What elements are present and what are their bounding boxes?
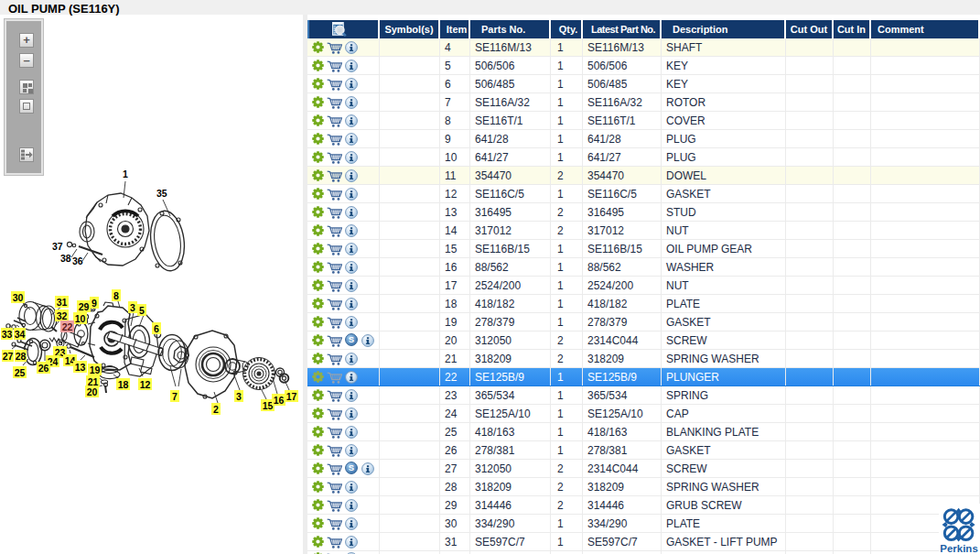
svg-text:29: 29 xyxy=(79,301,90,312)
svg-text:Perkins: Perkins xyxy=(940,543,978,554)
svg-text:17: 17 xyxy=(286,391,297,402)
svg-text:34: 34 xyxy=(15,329,26,340)
svg-text:38: 38 xyxy=(60,253,71,264)
svg-text:25: 25 xyxy=(15,367,26,378)
svg-text:1: 1 xyxy=(123,168,128,179)
svg-text:26: 26 xyxy=(38,363,49,374)
svg-text:20: 20 xyxy=(87,386,98,397)
svg-text:36: 36 xyxy=(72,255,83,266)
svg-text:27: 27 xyxy=(3,351,14,362)
svg-text:3: 3 xyxy=(236,391,242,402)
svg-text:12: 12 xyxy=(140,379,151,390)
svg-text:9: 9 xyxy=(92,298,97,309)
svg-text:15: 15 xyxy=(263,400,274,411)
svg-text:2: 2 xyxy=(213,404,219,415)
svg-text:3: 3 xyxy=(130,302,135,313)
svg-text:8: 8 xyxy=(113,290,119,301)
svg-text:30: 30 xyxy=(13,292,24,303)
svg-text:31: 31 xyxy=(57,297,68,308)
svg-text:13: 13 xyxy=(75,362,86,373)
svg-text:6: 6 xyxy=(154,323,159,334)
svg-text:22: 22 xyxy=(62,321,73,332)
svg-text:35: 35 xyxy=(156,188,167,199)
svg-text:16: 16 xyxy=(274,395,285,406)
svg-text:5: 5 xyxy=(139,305,145,316)
svg-text:33: 33 xyxy=(2,329,13,340)
svg-text:19: 19 xyxy=(90,364,101,375)
svg-text:18: 18 xyxy=(118,379,129,390)
svg-text:28: 28 xyxy=(16,351,27,362)
svg-text:10: 10 xyxy=(75,313,86,324)
svg-text:37: 37 xyxy=(52,241,63,252)
svg-text:7: 7 xyxy=(172,391,178,402)
svg-text:32: 32 xyxy=(57,310,68,321)
